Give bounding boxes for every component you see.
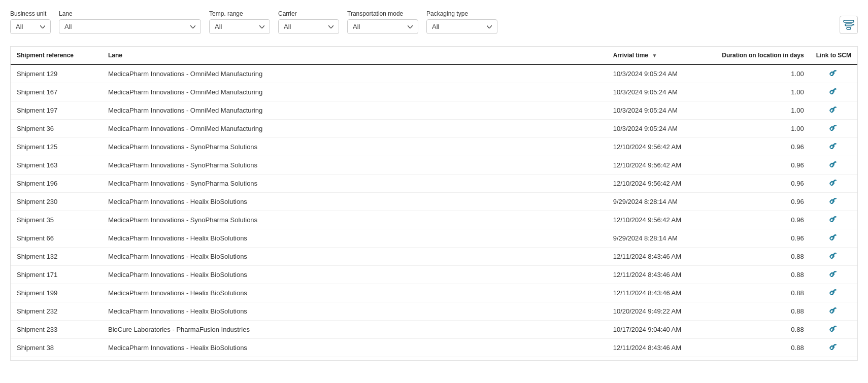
table-row: Shipment 232MedicaPharm Innovations - He… — [11, 302, 857, 321]
col-header-arrival-time[interactable]: Arrivial time ▼ — [607, 47, 709, 64]
link-to-scm-icon[interactable] — [829, 160, 838, 168]
business-unit-filter-group: Business unit All — [10, 10, 51, 34]
carrier-chevron-icon — [328, 24, 333, 29]
cell-arrival-time: 10/3/2024 9:05:24 AM — [607, 101, 709, 120]
cell-lane: MedicaPharm Innovations - Healix BioSolu… — [102, 266, 607, 284]
cell-arrival-time: 10/20/2024 9:49:22 AM — [607, 357, 709, 361]
cell-link-to-scm — [810, 357, 857, 361]
packaging-type-chevron-icon — [487, 24, 492, 29]
lane-chevron-icon — [190, 24, 195, 29]
lane-label: Lane — [59, 10, 201, 17]
cell-shipment-reference: Shipment 233 — [11, 321, 102, 339]
table-body: Shipment 129MedicaPharm Innovations - Om… — [11, 64, 857, 361]
cell-link-to-scm — [810, 156, 857, 175]
temp-range-value: All — [215, 23, 222, 30]
transportation-mode-label: Transportation mode — [347, 10, 418, 17]
table-row: Shipment 36MedicaPharm Innovations - Omn… — [11, 120, 857, 138]
transportation-mode-select[interactable]: All — [347, 19, 418, 34]
table-row: Shipment 199MedicaPharm Innovations - He… — [11, 284, 857, 302]
filters-row: Business unit All Lane All Temp. range — [10, 10, 858, 34]
packaging-type-value: All — [432, 23, 439, 30]
table-header-row: Shipment reference Lane Arrivial time ▼ … — [11, 47, 857, 64]
link-to-scm-icon[interactable] — [829, 306, 838, 315]
cell-lane: MedicaPharm Innovations - Healix BioSolu… — [102, 357, 607, 361]
cell-duration-on-location: 0.96 — [709, 138, 810, 156]
cell-arrival-time: 12/11/2024 8:43:46 AM — [607, 339, 709, 357]
shipments-table-container: Shipment reference Lane Arrivial time ▼ … — [10, 46, 858, 361]
table-row: Shipment 197MedicaPharm Innovations - Om… — [11, 101, 857, 120]
col-header-duration: Duration on location in days — [709, 47, 810, 64]
temp-range-filter-group: Temp. range All — [209, 10, 270, 34]
cell-link-to-scm — [810, 229, 857, 248]
link-to-scm-icon[interactable] — [829, 124, 838, 132]
cell-lane: MedicaPharm Innovations - SynoPharma Sol… — [102, 211, 607, 229]
cell-duration-on-location: 0.88 — [709, 321, 810, 339]
cell-arrival-time: 10/3/2024 9:05:24 AM — [607, 83, 709, 101]
lane-value: All — [64, 23, 72, 30]
carrier-value: All — [284, 23, 291, 30]
link-to-scm-icon[interactable] — [829, 325, 838, 333]
cell-arrival-time: 12/11/2024 8:43:46 AM — [607, 248, 709, 266]
packaging-type-select[interactable]: All — [426, 19, 497, 34]
link-to-scm-icon[interactable] — [829, 179, 838, 187]
link-to-scm-icon[interactable] — [829, 87, 838, 95]
cell-link-to-scm — [810, 321, 857, 339]
cell-lane: MedicaPharm Innovations - Healix BioSolu… — [102, 193, 607, 211]
cell-shipment-reference: Shipment 163 — [11, 156, 102, 175]
cell-duration-on-location: 1.00 — [709, 120, 810, 138]
cell-shipment-reference: Shipment 197 — [11, 101, 102, 120]
cell-shipment-reference: Shipment 129 — [11, 64, 102, 83]
link-to-scm-icon[interactable] — [829, 288, 838, 296]
temp-range-select[interactable]: All — [209, 19, 270, 34]
col-header-lane: Lane — [102, 47, 607, 64]
table-row: Shipment 129MedicaPharm Innovations - Om… — [11, 64, 857, 83]
carrier-label: Carrier — [278, 10, 339, 17]
cell-link-to-scm — [810, 266, 857, 284]
cell-shipment-reference: Shipment 230 — [11, 193, 102, 211]
cell-arrival-time: 10/3/2024 9:05:24 AM — [607, 120, 709, 138]
table-row: Shipment 35MedicaPharm Innovations - Syn… — [11, 211, 857, 229]
link-to-scm-icon[interactable] — [829, 197, 838, 205]
carrier-select[interactable]: All — [278, 19, 339, 34]
cell-duration-on-location: 0.88 — [709, 248, 810, 266]
link-to-scm-icon[interactable] — [829, 69, 838, 77]
advanced-filter-button[interactable] — [840, 16, 858, 34]
cell-duration-on-location: 1.00 — [709, 101, 810, 120]
cell-duration-on-location: 0.88 — [709, 357, 810, 361]
cell-duration-on-location: 0.96 — [709, 229, 810, 248]
cell-link-to-scm — [810, 138, 857, 156]
cell-link-to-scm — [810, 248, 857, 266]
link-to-scm-icon[interactable] — [829, 106, 838, 114]
link-to-scm-icon[interactable] — [829, 233, 838, 241]
cell-shipment-reference: Shipment 167 — [11, 83, 102, 101]
business-unit-select[interactable]: All — [10, 19, 51, 34]
cell-link-to-scm — [810, 64, 857, 83]
link-to-scm-icon[interactable] — [829, 270, 838, 278]
cell-lane: MedicaPharm Innovations - SynoPharma Sol… — [102, 138, 607, 156]
cell-arrival-time: 12/11/2024 8:43:46 AM — [607, 266, 709, 284]
col-header-link-to-scm: Link to SCM — [810, 47, 857, 64]
link-to-scm-icon[interactable] — [829, 215, 838, 223]
packaging-type-filter-group: Packaging type All — [426, 10, 497, 34]
table-row: Shipment 125MedicaPharm Innovations - Sy… — [11, 138, 857, 156]
business-unit-value: All — [16, 23, 23, 30]
cell-shipment-reference: Shipment 38 — [11, 339, 102, 357]
link-to-scm-icon[interactable] — [829, 343, 838, 351]
cell-arrival-time: 12/10/2024 9:56:42 AM — [607, 156, 709, 175]
transportation-mode-chevron-icon — [408, 24, 413, 29]
cell-lane: MedicaPharm Innovations - OmniMed Manufa… — [102, 120, 607, 138]
cell-arrival-time: 10/17/2024 9:04:40 AM — [607, 321, 709, 339]
shipments-table: Shipment reference Lane Arrivial time ▼ … — [11, 47, 857, 361]
link-to-scm-icon[interactable] — [829, 252, 838, 260]
link-to-scm-icon[interactable] — [829, 142, 838, 150]
table-row: Shipment 38MedicaPharm Innovations - Hea… — [11, 339, 857, 357]
cell-arrival-time: 12/10/2024 9:56:42 AM — [607, 175, 709, 193]
cell-arrival-time: 10/3/2024 9:05:24 AM — [607, 64, 709, 83]
cell-link-to-scm — [810, 211, 857, 229]
cell-duration-on-location: 0.96 — [709, 156, 810, 175]
cell-link-to-scm — [810, 284, 857, 302]
cell-link-to-scm — [810, 339, 857, 357]
lane-select[interactable]: All — [59, 19, 201, 34]
cell-arrival-time: 12/11/2024 8:43:46 AM — [607, 284, 709, 302]
cell-arrival-time: 10/20/2024 9:49:22 AM — [607, 302, 709, 321]
